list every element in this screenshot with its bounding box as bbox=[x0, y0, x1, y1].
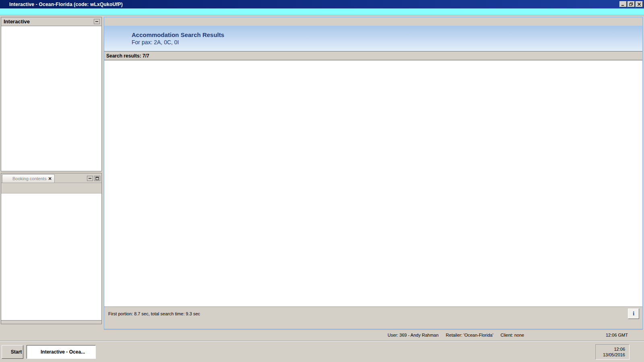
window-title: Interactive - Ocean-Florida (code: wLxQu… bbox=[9, 2, 123, 7]
start-button[interactable]: Start bbox=[2, 345, 23, 359]
booking-contents-tab[interactable]: Booking contents ✕ bbox=[2, 174, 55, 183]
document-tabstrip bbox=[104, 17, 642, 26]
results-title: Accommodation Search Results bbox=[132, 31, 224, 38]
title-bar: Interactive - Ocean-Florida (code: wLxQu… bbox=[0, 0, 644, 8]
view-tabstrip bbox=[104, 320, 642, 329]
work-area: Interactive Booking contents ✕ bbox=[0, 15, 644, 341]
results-subtitle: For pax: 2A, 0C, 0I bbox=[132, 39, 224, 45]
navigation-panel: Interactive bbox=[1, 17, 102, 171]
booking-panel-maximize-button[interactable] bbox=[94, 176, 100, 181]
taskbar: Start Interactive - Ocea... 12:06 13/05/… bbox=[0, 341, 644, 362]
main-panel: Accommodation Search Results For pax: 2A… bbox=[104, 17, 643, 330]
info-button[interactable]: i bbox=[628, 309, 639, 319]
results-count-label: Search results: 7/7 bbox=[106, 53, 149, 59]
window-minimize-button[interactable] bbox=[619, 1, 627, 7]
taskbar-task-label: Interactive - Ocea... bbox=[41, 349, 85, 355]
tray-date: 13/05/2016 bbox=[603, 352, 625, 358]
booking-contents-toolbar bbox=[1, 183, 101, 193]
luggage-palm-icon bbox=[5, 176, 11, 182]
navigation-tree bbox=[1, 26, 101, 171]
results-grid-header bbox=[104, 60, 642, 68]
booking-contents-tab-label: Booking contents bbox=[12, 176, 46, 181]
status-retailer: Retailer: 'Ocean-Florida' bbox=[446, 333, 493, 337]
app-logo-icon bbox=[2, 1, 8, 8]
booking-contents-panel: Booking contents ✕ bbox=[1, 173, 102, 324]
results-header: Accommodation Search Results For pax: 2A… bbox=[104, 26, 642, 51]
app-logo-icon bbox=[29, 348, 38, 356]
booking-panel-minimize-button[interactable] bbox=[87, 176, 93, 181]
navigation-panel-title: Interactive bbox=[4, 19, 30, 25]
tray-clock: 12:06 bbox=[603, 346, 625, 352]
building-icon bbox=[110, 28, 127, 49]
window-restore-button[interactable] bbox=[627, 1, 635, 7]
system-tray: 12:06 13/05/2016 bbox=[595, 344, 630, 360]
window-close-button[interactable] bbox=[636, 1, 643, 7]
show-desktop-icon[interactable] bbox=[633, 348, 642, 356]
status-user: User: 369 - Andy Rahman bbox=[388, 333, 439, 337]
search-timing-strip: First portion: 8.7 sec, total search tim… bbox=[104, 306, 642, 320]
results-count-strip: Search results: 7/7 bbox=[104, 51, 642, 60]
start-button-label: Start bbox=[11, 349, 22, 355]
taskbar-task-button[interactable]: Interactive - Ocea... bbox=[27, 345, 96, 359]
search-timing-label: First portion: 8.7 sec, total search tim… bbox=[108, 311, 200, 316]
booking-contents-tab-close-icon[interactable]: ✕ bbox=[48, 176, 52, 181]
status-time: 12:06 GMT bbox=[606, 333, 628, 337]
application-window: Interactive - Ocean-Florida (code: wLxQu… bbox=[0, 0, 644, 362]
booking-contents-totals bbox=[1, 320, 101, 324]
menu-bar bbox=[0, 8, 644, 15]
results-grid-body bbox=[104, 68, 642, 306]
windows-flag-icon bbox=[3, 349, 10, 355]
results-grid bbox=[104, 60, 642, 306]
status-client: Client: none bbox=[501, 333, 524, 337]
booking-contents-tabstrip: Booking contents ✕ bbox=[1, 173, 101, 183]
booking-contents-list bbox=[1, 193, 101, 320]
navigation-panel-header: Interactive bbox=[1, 17, 101, 26]
navigation-collapse-button[interactable] bbox=[94, 19, 100, 24]
status-bar: User: 369 - Andy Rahman Retailer: 'Ocean… bbox=[0, 330, 644, 341]
